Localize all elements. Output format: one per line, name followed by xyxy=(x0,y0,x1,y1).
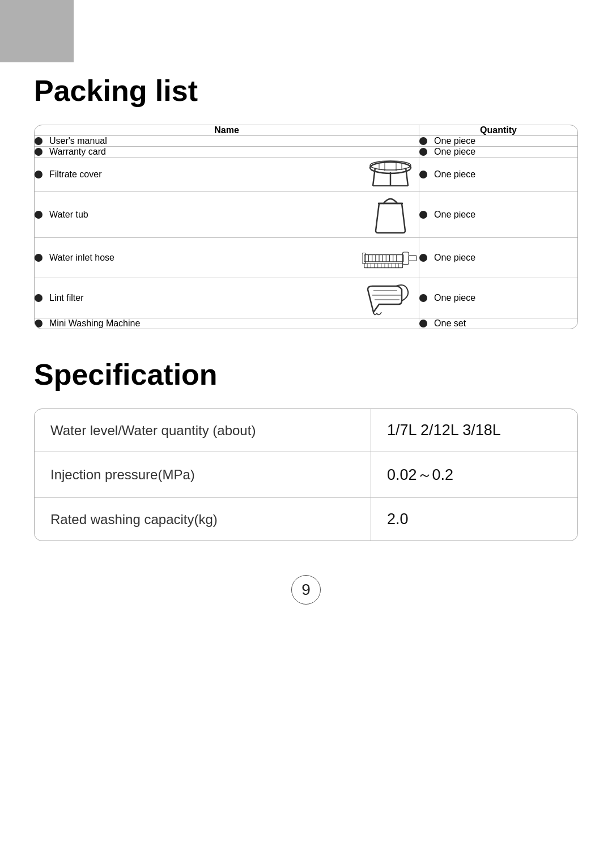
item-quantity-cell: One piece xyxy=(419,278,577,318)
table-row: User's manualOne piece xyxy=(35,136,577,147)
spec-row: Rated washing capacity(kg)2.0 xyxy=(35,498,577,541)
specification-title: Specification xyxy=(34,358,578,392)
bullet-icon xyxy=(35,254,42,262)
item-name-cell: Water tub xyxy=(35,192,419,238)
table-row: Warranty cardOne piece xyxy=(35,147,577,158)
item-quantity-cell: One piece xyxy=(419,158,577,192)
item-name-text: Water inlet hose xyxy=(49,253,114,263)
item-name-text: Mini Washing Machine xyxy=(49,318,140,329)
spec-label: Injection pressure(MPa) xyxy=(35,452,371,498)
corner-decoration xyxy=(0,0,74,62)
spec-table-wrapper: Water level/Water quantity (about)1/7L 2… xyxy=(34,409,578,541)
spec-label: Rated washing capacity(kg) xyxy=(35,498,371,541)
spec-table: Water level/Water quantity (about)1/7L 2… xyxy=(35,409,577,541)
spec-value: 0.02～0.2 xyxy=(371,452,577,498)
packing-table-wrapper: Name Quantity User's manualOne pieceWarr… xyxy=(34,125,578,329)
bullet-icon xyxy=(419,171,427,178)
item-name-text: Warranty card xyxy=(49,147,106,157)
item-icon xyxy=(362,238,419,278)
quantity-text: One piece xyxy=(434,293,475,303)
table-row: Lint filter One piece xyxy=(35,278,577,318)
item-icon xyxy=(362,278,419,318)
packing-table: Name Quantity User's manualOne pieceWarr… xyxy=(35,125,577,329)
spec-label: Water level/Water quantity (about) xyxy=(35,409,371,452)
svg-rect-23 xyxy=(409,256,416,261)
item-name-cell: Water inlet hose xyxy=(35,238,419,278)
bullet-icon xyxy=(35,211,42,219)
item-icon xyxy=(362,158,419,192)
item-name-text: Water tub xyxy=(49,210,88,220)
svg-point-0 xyxy=(370,162,411,173)
spec-value: 1/7L 2/12L 3/18L xyxy=(371,409,577,452)
table-row: Water tub One piece xyxy=(35,192,577,238)
bullet-icon xyxy=(419,211,427,219)
item-name-cell: Lint filter xyxy=(35,278,419,318)
bullet-icon xyxy=(419,254,427,262)
item-quantity-cell: One piece xyxy=(419,238,577,278)
item-name-text: User's manual xyxy=(49,136,107,146)
item-name-text: Filtrate cover xyxy=(49,169,101,180)
quantity-text: One piece xyxy=(434,147,475,157)
item-name-cell: User's manual xyxy=(35,136,419,147)
item-icon xyxy=(362,192,419,237)
quantity-text: One piece xyxy=(434,169,475,180)
table-row: Filtrate cover One piece xyxy=(35,158,577,192)
item-name-text: Lint filter xyxy=(49,293,83,303)
item-quantity-cell: One piece xyxy=(419,147,577,158)
bullet-icon xyxy=(35,148,42,156)
spec-row: Water level/Water quantity (about)1/7L 2… xyxy=(35,409,577,452)
svg-rect-24 xyxy=(364,263,403,268)
col-header-name: Name xyxy=(35,125,419,136)
col-header-quantity: Quantity xyxy=(419,125,577,136)
bullet-icon xyxy=(419,320,427,327)
quantity-text: One set xyxy=(434,318,466,329)
table-row: Mini Washing MachineOne set xyxy=(35,318,577,329)
bullet-icon xyxy=(35,294,42,302)
item-quantity-cell: One piece xyxy=(419,136,577,147)
packing-list-title: Packing list xyxy=(34,74,578,108)
bullet-icon xyxy=(35,320,42,327)
table-row: Water inlet hose xyxy=(35,238,577,278)
quantity-text: One piece xyxy=(434,210,475,220)
spec-value: 2.0 xyxy=(371,498,577,541)
item-quantity-cell: One piece xyxy=(419,192,577,238)
bullet-icon xyxy=(419,137,427,145)
quantity-text: One piece xyxy=(434,253,475,263)
svg-rect-11 xyxy=(364,255,403,262)
item-quantity-cell: One set xyxy=(419,318,577,329)
item-name-cell: Mini Washing Machine xyxy=(35,318,419,329)
page-number: 9 xyxy=(291,575,321,605)
bullet-icon xyxy=(35,137,42,145)
bullet-icon xyxy=(35,171,42,178)
quantity-text: One piece xyxy=(434,136,475,146)
spec-row: Injection pressure(MPa)0.02～0.2 xyxy=(35,452,577,498)
item-name-cell: Filtrate cover xyxy=(35,158,419,192)
bullet-icon xyxy=(419,294,427,302)
item-name-cell: Warranty card xyxy=(35,147,419,158)
bullet-icon xyxy=(419,148,427,156)
